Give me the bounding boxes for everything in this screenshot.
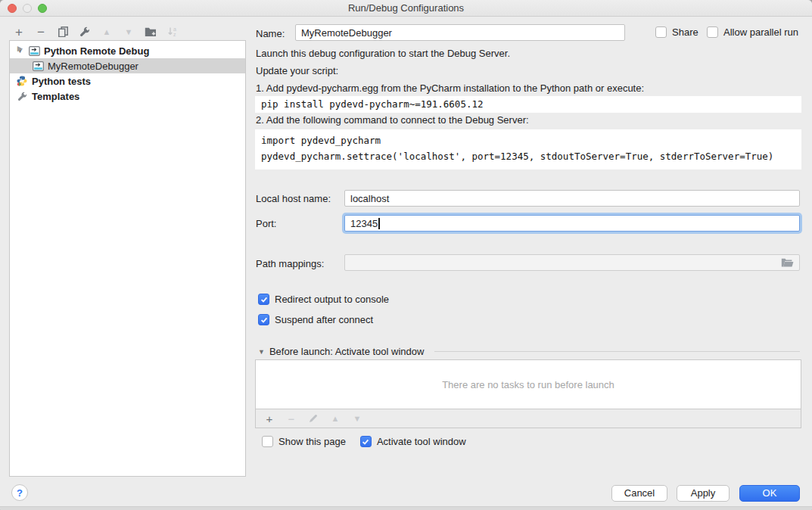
sort-alphabetically-icon: az bbox=[167, 26, 178, 37]
redirect-console-checkbox[interactable] bbox=[258, 294, 269, 305]
port-input[interactable]: 12345 bbox=[344, 215, 800, 232]
tree-item-label: Python tests bbox=[32, 76, 91, 87]
port-value: 12345 bbox=[350, 218, 378, 229]
checkmark-icon bbox=[260, 296, 268, 303]
step2-text: 2. Add the following command to connect … bbox=[256, 114, 529, 126]
tree-item-label: Templates bbox=[32, 91, 79, 102]
local-host-label: Local host name: bbox=[256, 193, 331, 204]
before-launch-header: ▼ Before launch: Activate tool window bbox=[258, 346, 800, 357]
minus-icon: − bbox=[37, 26, 45, 39]
title-bar: Run/Debug Configurations bbox=[0, 0, 812, 17]
question-mark-icon: ? bbox=[17, 487, 23, 499]
share-checkbox[interactable] bbox=[655, 26, 667, 38]
arrow-down-icon: ▼ bbox=[125, 28, 133, 36]
redirect-console-label: Redirect output to console bbox=[275, 294, 389, 305]
before-launch-tasks-panel: There are no tasks to run before launch … bbox=[255, 359, 801, 428]
remote-debug-icon bbox=[32, 61, 44, 71]
path-mappings-label: Path mappings: bbox=[256, 258, 324, 269]
suspend-after-connect-row: Suspend after connect bbox=[258, 314, 373, 325]
minus-icon: − bbox=[288, 413, 295, 424]
ok-button[interactable]: OK bbox=[739, 485, 800, 502]
copy-configuration-button[interactable] bbox=[57, 25, 69, 39]
tree-item-label: MyRemoteDebugger bbox=[48, 61, 138, 72]
share-checkbox-row: Share bbox=[655, 26, 698, 38]
window-title: Run/Debug Configurations bbox=[0, 0, 812, 16]
show-this-page-checkbox[interactable] bbox=[262, 436, 273, 447]
apply-button[interactable]: Apply bbox=[677, 485, 730, 502]
arrow-down-icon: ▼ bbox=[353, 415, 362, 423]
name-label: Name: bbox=[256, 28, 285, 39]
settrace-code-line2: pydevd_pycharm.settrace('localhost', por… bbox=[261, 148, 795, 164]
configurations-toolbar: + − ▲ ▼ az bbox=[13, 23, 179, 41]
new-folder-icon bbox=[145, 27, 157, 37]
tasks-empty-message: There are no tasks to run before launch bbox=[256, 360, 801, 409]
sort-configurations-button[interactable]: az bbox=[166, 25, 179, 39]
before-launch-title: Before launch: Activate tool window bbox=[269, 346, 425, 357]
svg-text:a: a bbox=[173, 26, 176, 32]
svg-text:z: z bbox=[173, 32, 176, 37]
plus-icon: + bbox=[15, 26, 23, 39]
redirect-console-row: Redirect output to console bbox=[258, 294, 389, 305]
show-this-page-row: Show this page Activate tool window bbox=[262, 436, 466, 447]
pip-install-code: pip install pydevd-pycharm~=191.6605.12 bbox=[255, 96, 801, 113]
close-window-button[interactable] bbox=[8, 4, 17, 13]
section-collapse-icon[interactable]: ▼ bbox=[258, 348, 265, 356]
tasks-toolbar: + − ▲ ▼ bbox=[256, 409, 801, 428]
local-host-input[interactable] bbox=[344, 190, 800, 207]
move-task-up-button[interactable]: ▲ bbox=[329, 412, 341, 425]
window-bottom-edge bbox=[0, 506, 812, 510]
add-task-button[interactable]: + bbox=[263, 412, 275, 425]
intro-text: Launch this debug configuration to start… bbox=[256, 48, 510, 59]
configurations-tree: ▼ Python Remote Debug MyRemoteDebugger ▶… bbox=[9, 40, 246, 477]
tree-item-myremotedebugger[interactable]: MyRemoteDebugger bbox=[10, 58, 245, 73]
edit-templates-button[interactable] bbox=[79, 25, 91, 39]
allow-parallel-run-checkbox[interactable] bbox=[707, 26, 718, 38]
show-this-page-label: Show this page bbox=[278, 436, 346, 447]
move-up-button[interactable]: ▲ bbox=[101, 25, 113, 39]
tree-item-label: Python Remote Debug bbox=[44, 45, 149, 57]
new-folder-button[interactable] bbox=[145, 25, 157, 39]
wrench-icon bbox=[79, 26, 90, 37]
move-down-button[interactable]: ▼ bbox=[123, 25, 135, 39]
python-tests-icon bbox=[16, 76, 28, 86]
cancel-button[interactable]: Cancel bbox=[611, 485, 667, 502]
pencil-icon bbox=[309, 414, 318, 423]
tree-item-python-remote-debug[interactable]: ▼ Python Remote Debug bbox=[10, 43, 245, 58]
update-script-text: Update your script: bbox=[256, 65, 338, 76]
allow-parallel-run-label: Allow parallel run bbox=[723, 26, 798, 38]
minimize-window-button bbox=[23, 4, 32, 13]
text-caret bbox=[378, 218, 380, 229]
remove-task-button[interactable]: − bbox=[285, 412, 297, 425]
arrow-up-icon: ▲ bbox=[331, 415, 340, 423]
remove-configuration-button[interactable]: − bbox=[35, 25, 47, 39]
remote-debug-icon bbox=[28, 46, 40, 56]
activate-tool-window-label: Activate tool window bbox=[377, 436, 466, 447]
name-input[interactable] bbox=[295, 24, 625, 41]
settrace-code-line1: import pydevd_pycharm bbox=[261, 132, 795, 148]
share-label: Share bbox=[672, 26, 698, 38]
wrench-icon bbox=[16, 92, 28, 101]
edit-task-button[interactable] bbox=[307, 412, 319, 425]
checkmark-icon bbox=[362, 438, 369, 446]
plus-icon: + bbox=[266, 413, 273, 424]
maximize-window-button[interactable] bbox=[38, 4, 47, 13]
copy-icon bbox=[58, 26, 68, 37]
activate-tool-window-checkbox[interactable] bbox=[360, 436, 372, 447]
arrow-up-icon: ▲ bbox=[103, 28, 111, 36]
section-divider bbox=[434, 351, 800, 352]
add-configuration-button[interactable]: + bbox=[13, 25, 25, 39]
port-label: Port: bbox=[256, 218, 276, 229]
suspend-after-connect-checkbox[interactable] bbox=[258, 314, 269, 325]
path-mappings-input[interactable] bbox=[344, 254, 800, 271]
browse-folder-icon[interactable] bbox=[781, 258, 794, 267]
suspend-after-connect-label: Suspend after connect bbox=[275, 314, 373, 325]
step1-text: 1. Add pydevd-pycharm.egg from the PyCha… bbox=[256, 82, 644, 94]
tree-item-python-tests[interactable]: ▶ Python tests bbox=[10, 73, 245, 89]
expander-collapsed-icon[interactable]: ▶ bbox=[16, 45, 24, 54]
run-debug-configurations-dialog: Run/Debug Configurations + − ▲ ▼ az ▼ Py… bbox=[0, 0, 812, 510]
move-task-down-button[interactable]: ▼ bbox=[351, 412, 363, 425]
settrace-code: import pydevd_pycharm pydevd_pycharm.set… bbox=[255, 129, 801, 169]
allow-parallel-checkbox-row: Allow parallel run bbox=[707, 26, 798, 38]
help-button[interactable]: ? bbox=[11, 484, 28, 501]
tree-item-templates[interactable]: ▶ Templates bbox=[10, 89, 245, 104]
